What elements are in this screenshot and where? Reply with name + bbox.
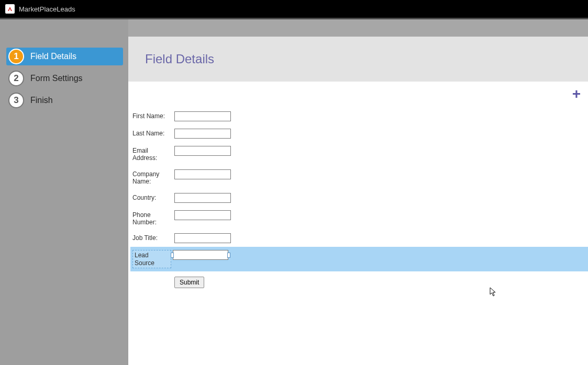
step-label: Form Settings [30, 74, 83, 83]
field-label: Email Address: [132, 146, 174, 162]
field-row-country[interactable]: Country: [130, 189, 588, 207]
page-title: Field Details [145, 52, 214, 66]
step-finish[interactable]: 3 Finish [6, 92, 123, 109]
app-title: MarketPlaceLeads [19, 5, 75, 13]
field-row-lead-source[interactable]: Lead Source [130, 247, 588, 271]
step-field-details[interactable]: 1 Field Details [6, 48, 123, 65]
field-label: Lead Source [132, 250, 171, 268]
step-number-badge: 3 [8, 93, 24, 108]
resize-handle-right[interactable] [227, 253, 230, 258]
titlebar: MarketPlaceLeads [0, 0, 588, 18]
job-title-input[interactable] [174, 233, 231, 243]
field-label: Last Name: [132, 129, 174, 137]
form-area: First Name: Last Name: Email Address: Co… [128, 87, 588, 288]
field-row-last-name[interactable]: Last Name: [130, 125, 588, 142]
step-label: Finish [30, 96, 53, 105]
field-label: Job Title: [132, 233, 174, 242]
submit-row: Submit [130, 271, 588, 288]
step-form-settings[interactable]: 2 Form Settings [6, 70, 123, 87]
resize-handle-left[interactable] [171, 253, 174, 258]
submit-button[interactable]: Submit [174, 277, 204, 288]
lead-source-input[interactable] [173, 250, 228, 260]
header-band: Field Details [128, 37, 588, 82]
add-field-button[interactable]: + [572, 87, 581, 101]
phone-input[interactable] [174, 210, 231, 220]
field-row-company[interactable]: Company Name: [130, 166, 588, 189]
app-icon [5, 4, 15, 14]
field-label: Company Name: [132, 169, 174, 186]
step-label: Field Details [30, 52, 76, 61]
first-name-input[interactable] [174, 111, 231, 121]
field-row-email[interactable]: Email Address: [130, 142, 588, 166]
country-input[interactable] [174, 193, 231, 203]
input-wrap [173, 250, 228, 260]
main-area: Field Details + First Name: Last Name: E… [128, 19, 588, 365]
field-row-phone[interactable]: Phone Number: [130, 207, 588, 230]
workspace: 1 Field Details 2 Form Settings 3 Finish… [0, 19, 588, 365]
content-panel: + First Name: Last Name: Email Address: … [128, 82, 588, 365]
field-row-first-name[interactable]: First Name: [130, 108, 588, 125]
company-input[interactable] [174, 169, 231, 179]
last-name-input[interactable] [174, 129, 231, 139]
email-input[interactable] [174, 146, 231, 156]
field-row-job-title[interactable]: Job Title: [130, 230, 588, 247]
plus-icon: + [572, 86, 581, 102]
field-label: First Name: [132, 111, 174, 120]
field-label: Phone Number: [132, 210, 174, 226]
field-label: Country: [132, 193, 174, 201]
main-top-gap [128, 19, 588, 37]
sidebar: 1 Field Details 2 Form Settings 3 Finish [0, 19, 128, 365]
step-number-badge: 2 [8, 71, 24, 86]
step-number-badge: 1 [8, 49, 24, 64]
